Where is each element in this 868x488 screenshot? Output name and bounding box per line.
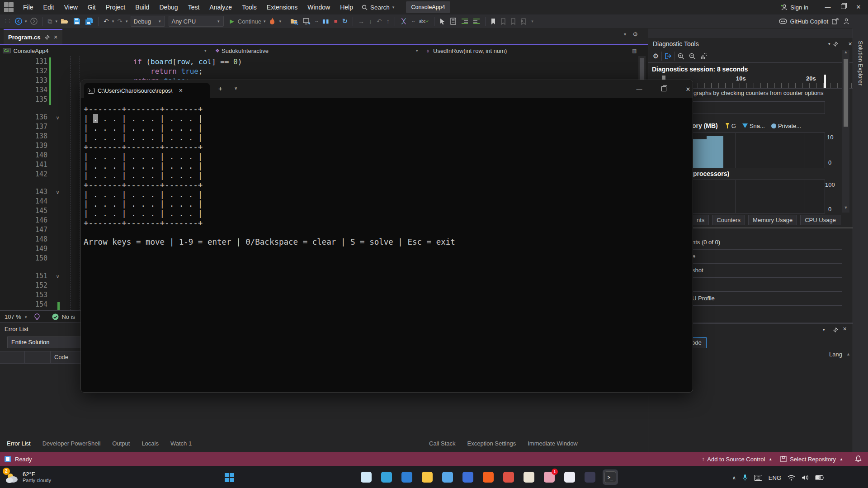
menu-file[interactable]: File bbox=[18, 0, 38, 14]
add-to-source-control-button[interactable]: Add to Source Control bbox=[707, 456, 765, 463]
taskbar-app-brave-browser[interactable] bbox=[481, 469, 496, 485]
search-solution-icon[interactable] bbox=[290, 18, 298, 25]
taskbar-app-people[interactable]: 1 bbox=[542, 469, 557, 485]
zoom-dropdown-icon[interactable]: ▾ bbox=[25, 315, 27, 319]
editor-options-gear-icon[interactable]: ⚙ bbox=[632, 31, 638, 38]
taskbar-app-edge-browser[interactable] bbox=[379, 469, 394, 485]
taskbar-app-mail[interactable] bbox=[562, 469, 577, 485]
new-project-icon[interactable]: ⧉ bbox=[48, 15, 52, 28]
breadcrumb-type-dropdown-icon[interactable]: ▾ bbox=[416, 48, 418, 53]
breadcrumb-project-dropdown-icon[interactable]: ▾ bbox=[204, 48, 207, 53]
sign-in-button[interactable]: Sign in bbox=[790, 4, 808, 11]
taskbar-app-file-explorer[interactable] bbox=[420, 469, 435, 485]
weather-widget[interactable]: 2 62°F Partly cloudy bbox=[5, 469, 51, 484]
tab-list-dropdown-icon[interactable]: ▾ bbox=[624, 32, 626, 37]
scroll-up-icon[interactable]: ▲ bbox=[842, 50, 849, 54]
menu-view[interactable]: View bbox=[59, 0, 83, 14]
undo-dropdown-icon[interactable]: ▾ bbox=[112, 19, 114, 24]
console-window[interactable]: C:\Users\Charo\source\repos\ ✕ + ∨ — ✕ +… bbox=[80, 80, 693, 393]
console-title-bar[interactable]: C:\Users\Charo\source\repos\ ✕ + ∨ — ✕ bbox=[81, 80, 693, 98]
console-minimize-button[interactable]: — bbox=[632, 84, 647, 95]
menu-analyze[interactable]: Analyze bbox=[204, 0, 237, 14]
issues-status-label[interactable]: No is bbox=[61, 313, 75, 320]
panel-tab-call-stack[interactable]: Call Stack bbox=[429, 440, 456, 447]
restore-button[interactable] bbox=[835, 0, 851, 14]
hot-reload-icon[interactable] bbox=[269, 18, 275, 25]
breadcrumb-member[interactable]: UsedInRow(int row, int num) bbox=[433, 47, 507, 54]
new-project-dropdown-icon[interactable]: ▾ bbox=[56, 19, 58, 24]
share-icon[interactable] bbox=[832, 18, 839, 24]
clear-bookmarks-icon[interactable] bbox=[520, 18, 527, 25]
volume-icon[interactable] bbox=[802, 474, 809, 481]
step-out-icon[interactable]: ↑ bbox=[387, 15, 390, 28]
panel-tab-output[interactable]: Output bbox=[112, 440, 130, 447]
zoom-out-icon[interactable] bbox=[689, 53, 696, 60]
menu-test[interactable]: Test bbox=[183, 0, 205, 14]
menu-tools[interactable]: Tools bbox=[237, 0, 262, 14]
taskbar-app-code-editor[interactable] bbox=[582, 469, 598, 485]
debug-target-icon[interactable] bbox=[303, 18, 311, 25]
toolbar-options-icon-2[interactable]: ▪▪ bbox=[412, 15, 415, 28]
menu-edit[interactable]: Edit bbox=[38, 0, 59, 14]
language-indicator[interactable]: ENG bbox=[769, 474, 781, 481]
battery-icon[interactable] bbox=[815, 475, 824, 480]
save-all-icon[interactable] bbox=[85, 18, 93, 25]
toolbar-grip-icon[interactable]: ⋮⋮ bbox=[4, 15, 11, 28]
tab-close-icon[interactable]: ✕ bbox=[54, 34, 58, 40]
step-back-icon[interactable]: ↶ bbox=[377, 15, 382, 28]
taskbar-app-terminal[interactable]: >_ bbox=[603, 469, 618, 485]
panel-tab-locals[interactable]: Locals bbox=[142, 440, 159, 447]
panel-close-icon[interactable]: ✕ bbox=[848, 41, 852, 47]
redo-dropdown-icon[interactable]: ▾ bbox=[126, 19, 128, 24]
continue-play-icon[interactable]: ▶ bbox=[230, 15, 234, 28]
continue-button[interactable]: Continue bbox=[238, 18, 261, 25]
chart-options-icon[interactable] bbox=[700, 53, 707, 59]
codelens-health-icon[interactable] bbox=[34, 313, 40, 320]
pin-icon[interactable] bbox=[45, 35, 50, 40]
menu-project[interactable]: Project bbox=[101, 0, 131, 14]
continue-dropdown-icon[interactable]: ▾ bbox=[264, 19, 266, 24]
breadcrumb-project[interactable]: ConsoleApp4 bbox=[14, 47, 49, 54]
open-file-icon[interactable] bbox=[61, 18, 69, 25]
panel-dropdown-icon[interactable]: ▾ bbox=[828, 42, 830, 46]
diag-settings-gear-icon[interactable]: ⚙ bbox=[653, 52, 659, 60]
selection-cursor-icon[interactable] bbox=[439, 18, 445, 25]
menu-window[interactable]: Window bbox=[302, 0, 335, 14]
fold-chevron-icon[interactable]: ∨ bbox=[47, 188, 68, 197]
panel-pin-icon[interactable] bbox=[833, 327, 838, 332]
toolbar-overflow-icon[interactable]: ▾ bbox=[531, 15, 533, 28]
minimize-button[interactable]: — bbox=[820, 0, 835, 14]
tab-program-cs[interactable]: Program.cs ✕ bbox=[4, 29, 62, 44]
taskbar-app-store[interactable] bbox=[440, 469, 455, 485]
indent-decrease-icon[interactable] bbox=[473, 18, 480, 24]
code-map-icon[interactable] bbox=[400, 18, 407, 25]
pause-debug-icon[interactable]: ▮▮ bbox=[322, 15, 329, 28]
github-copilot-label[interactable]: GitHub Copilot bbox=[790, 18, 828, 25]
close-button[interactable]: ✕ bbox=[851, 0, 866, 14]
panel-dropdown-icon[interactable]: ▾ bbox=[823, 327, 825, 332]
panel-pin-icon[interactable] bbox=[833, 42, 838, 47]
new-tab-icon[interactable]: + bbox=[218, 85, 222, 92]
diag-tab-counters[interactable]: Counters bbox=[712, 215, 745, 225]
fold-chevron-icon[interactable]: ∨ bbox=[47, 272, 68, 281]
navigate-forward-icon[interactable] bbox=[30, 17, 38, 25]
save-icon[interactable] bbox=[73, 18, 80, 25]
taskbar-app-app-light[interactable] bbox=[521, 469, 537, 485]
next-bookmark-icon[interactable] bbox=[510, 18, 516, 25]
undo-icon[interactable]: ↶ bbox=[104, 15, 109, 28]
editor-line[interactable]: 131 if (board[row, col] == 0) bbox=[0, 57, 648, 67]
taskbar-app-app-blue[interactable] bbox=[460, 469, 476, 485]
diag-tab-cpu-usage[interactable]: CPU Usage bbox=[800, 215, 840, 225]
menu-git[interactable]: Git bbox=[83, 0, 101, 14]
breadcrumb-type[interactable]: SudokuInteractive bbox=[222, 47, 269, 54]
menu-help[interactable]: Help bbox=[335, 0, 358, 14]
tray-overflow-chevron-icon[interactable]: ∧ bbox=[732, 475, 736, 481]
diag-tab-memory-usage[interactable]: Memory Usage bbox=[748, 215, 797, 225]
spell-check-icon[interactable]: abc✓ bbox=[419, 19, 429, 24]
fold-chevron-icon[interactable]: ∨ bbox=[47, 113, 68, 123]
bookmark-icon[interactable] bbox=[491, 18, 496, 25]
export-icon[interactable] bbox=[665, 53, 672, 59]
search-box[interactable]: Search ▾ bbox=[362, 4, 395, 11]
split-view-icon[interactable]: ▥ bbox=[632, 48, 637, 54]
column-header[interactable] bbox=[0, 351, 25, 363]
